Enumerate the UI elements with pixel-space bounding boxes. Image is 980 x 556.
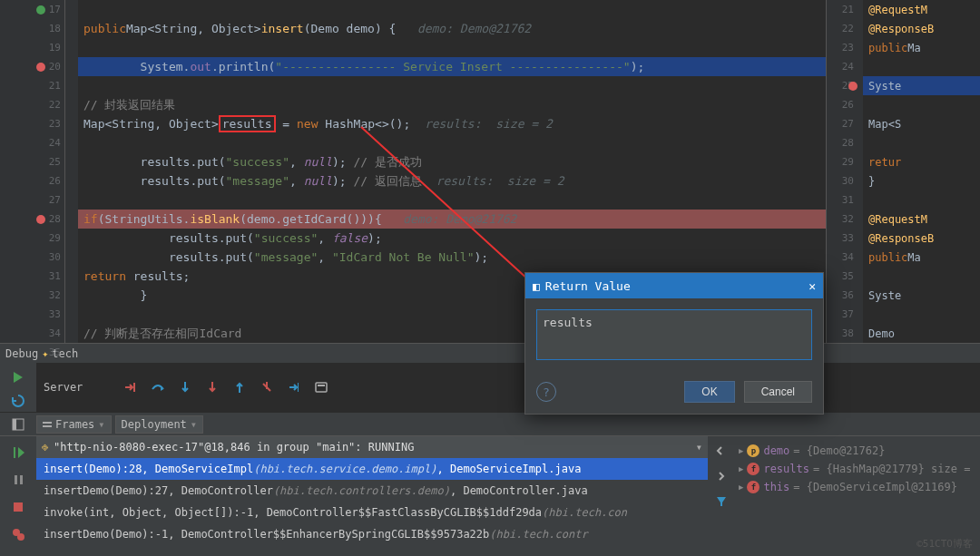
variable-row[interactable]: ▶f this = {DemoServiceImpl@21169} [739,478,976,496]
stack-frame[interactable]: insertDemo(Demo):27, DemoController (hbi… [36,480,708,502]
step-over-button[interactable] [150,379,166,395]
code-line[interactable] [78,133,826,152]
svg-rect-7 [43,422,52,424]
svg-rect-9 [14,447,15,458]
update-button[interactable] [7,390,29,412]
code-line[interactable] [78,0,826,19]
dialog-title-bar[interactable]: ◧ Return Value ✕ [525,273,823,298]
frames-icon [43,420,52,429]
svg-rect-11 [20,475,23,484]
mute-breakpoints-button[interactable] [7,551,29,556]
code-line[interactable]: results.put("message", null); // 返回信息 re… [78,171,826,190]
thread-selector[interactable]: ⎆ "http-nio-8080-exec-17"@18,846 in grou… [36,436,708,458]
thread-name: "http-nio-8080-exec-17"@18,846 in group … [54,441,414,454]
code-line[interactable] [78,190,826,210]
svg-rect-4 [318,385,325,386]
run-to-cursor-button[interactable] [286,379,302,395]
code-line[interactable]: @ResponseB [863,19,980,38]
resume-button[interactable] [7,442,29,463]
app-icon: ◧ [533,279,540,293]
thread-icon: ⎆ [42,441,48,454]
deployment-tab[interactable]: Deployment▾ [115,415,203,434]
code-line[interactable] [863,190,980,210]
frames-panel: ⎆ "http-nio-8080-exec-17"@18,846 in grou… [36,436,708,556]
rerun-button[interactable] [7,366,29,388]
run-column [0,436,36,556]
restore-layout-button[interactable] [7,414,29,435]
gutter[interactable]: 17181920212223242526272829303132333435 [0,0,65,343]
force-step-into-button[interactable] [204,379,220,395]
code-line[interactable]: results.put("success", null); // 是否成功 [78,152,826,171]
chevron-down-icon: ▾ [696,441,702,454]
code-line[interactable]: Map<S [863,114,980,133]
show-exec-point-button[interactable] [122,379,139,395]
filter-button[interactable] [710,491,732,512]
svg-point-14 [17,533,24,541]
step-out-button[interactable] [231,379,248,395]
svg-rect-2 [298,383,299,392]
stack-frame[interactable]: invoke(int, Object, Object[]):-1, DemoCo… [36,502,708,523]
view-breakpoints-button[interactable] [7,523,29,545]
code-line[interactable]: retur [863,152,980,171]
code-line[interactable]: if(StringUtils.isBlank(demo.getIdCard())… [78,210,826,229]
pause-button[interactable] [7,469,29,491]
svg-rect-3 [316,383,327,392]
help-button[interactable]: ? [536,382,556,402]
code-line[interactable]: public Ma [863,38,980,57]
server-tab[interactable]: Server [44,381,83,394]
next-frame-button[interactable] [710,465,732,487]
code-line[interactable]: Map<String, Object> results = new HashMa… [78,114,826,133]
watermark: ©51CTO博客 [916,537,973,551]
code-line[interactable]: System.out.println("---------------- Ser… [78,57,826,76]
side-gutter[interactable]: 212223242526272829303132333435363738 [827,0,863,343]
ok-button[interactable]: OK [684,381,734,403]
close-icon[interactable]: ✕ [808,279,816,293]
debug-toolbar: Server [36,363,980,412]
code-line[interactable] [863,57,980,76]
code-line[interactable]: public Ma [863,248,980,267]
code-line[interactable]: } [863,171,980,190]
side-code-area[interactable]: @RequestM@ResponseBpublic Ma Syste Map<S… [863,0,980,343]
code-line[interactable]: public Map<String, Object> insert(Demo d… [78,19,826,38]
dialog-title: Return Value [545,279,631,293]
code-line[interactable]: // 封装返回结果 [78,95,826,114]
drop-frame-button[interactable] [259,379,275,395]
code-line[interactable] [863,95,980,114]
variable-row[interactable]: ▶f results = {HashMap@21779} size = [739,460,976,478]
code-line[interactable]: @RequestM [863,210,980,229]
code-line[interactable]: results.put("success", false); [78,229,826,248]
code-line[interactable] [78,76,826,95]
variable-row[interactable]: ▶p demo = {Demo@21762} [739,442,976,460]
stop-button[interactable] [7,496,29,518]
marker-strip [65,0,78,343]
code-line[interactable]: Syste [863,76,980,95]
step-into-button[interactable] [177,379,193,395]
code-line[interactable] [863,305,980,324]
code-line[interactable]: Demo [863,324,980,343]
frames-list[interactable]: insert(Demo):28, DemoServiceImpl (hbi.te… [36,458,708,556]
expression-input[interactable] [536,309,812,360]
prev-frame-button[interactable] [710,440,732,462]
svg-rect-1 [133,383,135,392]
svg-rect-6 [13,419,16,430]
return-value-dialog: ◧ Return Value ✕ ? OK Cancel [524,272,824,415]
code-line[interactable] [863,133,980,152]
code-line[interactable]: @RequestM [863,0,980,19]
code-line[interactable] [863,267,980,286]
evaluate-button[interactable] [313,379,329,395]
svg-rect-12 [14,502,23,512]
code-line[interactable]: Syste [863,286,980,305]
code-line[interactable]: results.put("message", "IdCard Not Be Nu… [78,248,826,267]
stack-frame[interactable]: insert(Demo):28, DemoServiceImpl (hbi.te… [36,458,708,480]
debug-tab-bar: Debug ✦ tech [0,343,980,363]
code-line[interactable]: @ResponseB [863,229,980,248]
svg-rect-8 [43,425,52,427]
stack-frame[interactable]: insertDemo(Demo):-1, DemoController$$Enh… [36,523,708,545]
frames-nav-column [708,436,735,556]
side-editor: 212223242526272829303132333435363738 @Re… [826,0,980,343]
debug-side-buttons [0,363,36,412]
frames-tab[interactable]: Frames▾ [36,415,112,434]
code-line[interactable] [78,38,826,57]
cancel-button[interactable]: Cancel [744,381,812,403]
svg-rect-10 [15,475,17,484]
